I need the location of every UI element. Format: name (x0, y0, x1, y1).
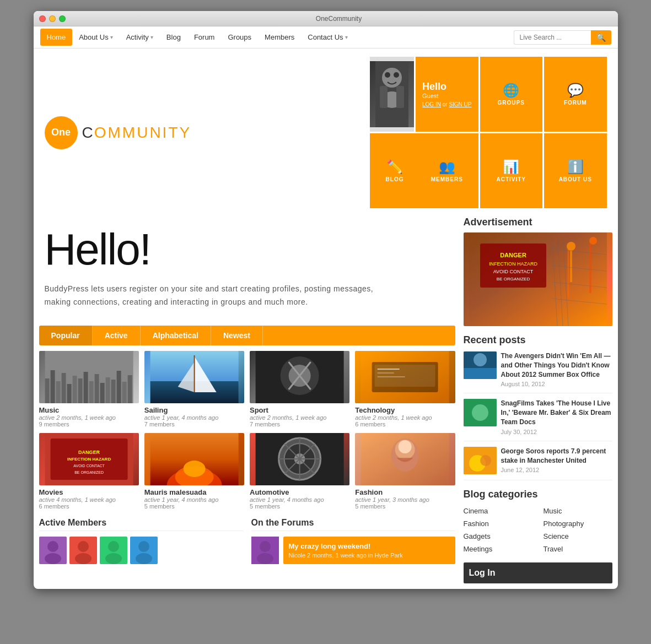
bc-fashion[interactable]: Fashion (464, 518, 532, 529)
group-card-sailing[interactable]: Sailing active 1 year, 4 months ago 7 me… (144, 351, 244, 427)
group-members-mauris: 5 members (144, 503, 244, 510)
forum-poster-avatar (251, 537, 279, 564)
group-card-auto[interactable]: Automotive active 1 year, 4 months ago 5… (250, 433, 349, 510)
sidebar: Advertisement (464, 217, 612, 583)
about-tile[interactable]: ℹ️ ABOUT US (544, 133, 607, 208)
group-members-music: 9 members (39, 421, 139, 427)
svg-text:AVOID CONTACT: AVOID CONTACT (73, 464, 105, 468)
activity-tile[interactable]: 📊 ACTIVITY (480, 133, 543, 208)
bc-cinema[interactable]: Cinema (464, 506, 532, 516)
nav-contact[interactable]: Contact Us ▾ (301, 29, 354, 46)
nav-groups[interactable]: Groups (221, 29, 258, 46)
people-icon: 👥 (439, 159, 455, 175)
rp-item-2: SnagFilms Takes 'The House I Live In,' '… (464, 399, 612, 441)
rp-thumb-2 (464, 399, 497, 426)
svg-point-103 (480, 455, 491, 466)
nav-activity[interactable]: Activity ▾ (120, 29, 160, 46)
user-avatar-tile (370, 57, 414, 132)
svg-rect-23 (127, 375, 132, 403)
main-content: Hello! BuddyPress lets users register on… (39, 217, 464, 583)
svg-text:DANGER: DANGER (78, 450, 100, 455)
svg-rect-96 (464, 368, 497, 379)
member-avatar-1[interactable] (39, 537, 67, 564)
group-card-fashion[interactable]: Fashion active 1 year, 3 months ago 5 me… (355, 433, 455, 510)
advertisement-section: Advertisement (464, 217, 612, 326)
svg-point-70 (105, 553, 122, 564)
member-avatar-3[interactable] (100, 537, 127, 564)
blog-tile[interactable]: ✏️ BLOG (370, 133, 419, 208)
members-tile[interactable]: 👥 MEMBERS (416, 133, 478, 208)
group-image-tech (355, 351, 455, 403)
svg-text:BE ORGANIZED: BE ORGANIZED (496, 277, 530, 282)
group-card-music[interactable]: Music active 2 months, 1 week ago 9 memb… (39, 351, 139, 427)
bc-meetings[interactable]: Meetings (464, 544, 532, 554)
group-members-auto: 5 members (250, 503, 349, 510)
group-members-sport: 7 members (250, 421, 349, 427)
recent-posts-title: Recent posts (464, 334, 612, 346)
svg-rect-10 (56, 381, 60, 403)
forum-tile[interactable]: 💬 FORUM (544, 57, 607, 132)
group-active-auto: active 1 year, 4 months ago (250, 496, 349, 503)
bc-gadgets[interactable]: Gadgets (464, 531, 532, 542)
bc-music[interactable]: Music (544, 506, 612, 516)
svg-rect-18 (100, 383, 104, 403)
nav-members[interactable]: Members (258, 29, 301, 46)
bc-travel[interactable]: Travel (544, 544, 612, 554)
rp-title-3[interactable]: George Soros reports 7.9 percent stake i… (501, 447, 612, 466)
maximize-button[interactable] (59, 15, 66, 22)
guest-text: Guest (422, 93, 438, 99)
signup-link[interactable]: SIGN UP (449, 101, 471, 107)
svg-point-49 (183, 461, 205, 477)
logo-circle: One (45, 116, 78, 149)
rp-title-1[interactable]: The Avengers Didn't Win 'Em All —and Oth… (501, 351, 612, 379)
group-name-mauris: Mauris malesuada (144, 488, 244, 496)
login-link[interactable]: LOG IN (422, 101, 441, 107)
rp-text-1: The Avengers Didn't Win 'Em All —and Oth… (501, 351, 612, 387)
nav-home[interactable]: Home (40, 29, 73, 46)
ad-image-bg: DANGER INFECTION HAZARD AVOID CONTACT BE… (464, 232, 612, 326)
tab-newest[interactable]: Newest (211, 326, 263, 345)
hero-section: Hello! BuddyPress lets users register on… (39, 217, 455, 320)
group-name-movies: Movies (39, 488, 139, 496)
forum-post-meta: Nicole 2 months, 1 week ago in Hyde Park (289, 552, 450, 559)
bc-science[interactable]: Science (544, 531, 612, 542)
group-active-fashion: active 1 year, 3 months ago (355, 496, 455, 503)
nav-blog[interactable]: Blog (160, 29, 187, 46)
svg-rect-17 (94, 374, 99, 403)
group-name-sailing: Sailing (144, 406, 244, 414)
forum-avatar-area: My crazy long weekend! Nicole 2 months, … (251, 537, 455, 564)
rp-item-3: George Soros reports 7.9 percent stake i… (464, 447, 612, 480)
rp-image-2 (464, 399, 497, 426)
rp-thumb-1 (464, 351, 497, 379)
nav-about[interactable]: About Us ▾ (72, 29, 119, 46)
groups-tile[interactable]: 🌐 GROUPS (480, 57, 543, 132)
group-card-sport[interactable]: Sport active 2 months, 1 week ago 7 memb… (250, 351, 349, 427)
member-avatar-4[interactable] (130, 537, 158, 564)
close-button[interactable] (39, 15, 46, 22)
group-members-movies: 6 members (39, 503, 139, 510)
minimize-button[interactable] (49, 15, 56, 22)
group-card-tech[interactable]: Technology active 2 months, 1 week ago 6… (355, 351, 455, 427)
svg-rect-21 (116, 371, 121, 403)
tab-popular[interactable]: Popular (39, 326, 93, 345)
nav-forum[interactable]: Forum (187, 29, 222, 46)
tab-alphabetical[interactable]: Alphabetical (141, 326, 211, 345)
search-button[interactable]: 🔍 (591, 30, 611, 45)
forum-post-title[interactable]: My crazy long weekend! (289, 542, 450, 550)
group-members-sailing: 7 members (144, 421, 244, 427)
group-active-tech: active 2 months, 1 week ago (355, 414, 455, 421)
group-card-movies[interactable]: DANGERINFECTION HAZARDAVOID CONTACTBE OR… (39, 433, 139, 510)
member-avatar-2[interactable] (69, 537, 97, 564)
svg-point-84 (567, 242, 575, 251)
bc-photography[interactable]: Photography (544, 518, 612, 529)
svg-text:DANGER: DANGER (500, 252, 526, 258)
search-input[interactable] (514, 30, 591, 45)
group-card-mauris[interactable]: Mauris malesuada active 1 year, 4 months… (144, 433, 244, 510)
site-header: One COMMUNITY (34, 48, 618, 217)
rp-thumb-3 (464, 447, 497, 474)
rp-title-2[interactable]: SnagFilms Takes 'The House I Live In,' '… (501, 399, 612, 426)
globe-icon: 🌐 (503, 83, 519, 98)
chat-icon: 💬 (567, 83, 584, 98)
rp-image-3 (464, 447, 497, 474)
tab-active[interactable]: Active (93, 326, 141, 345)
